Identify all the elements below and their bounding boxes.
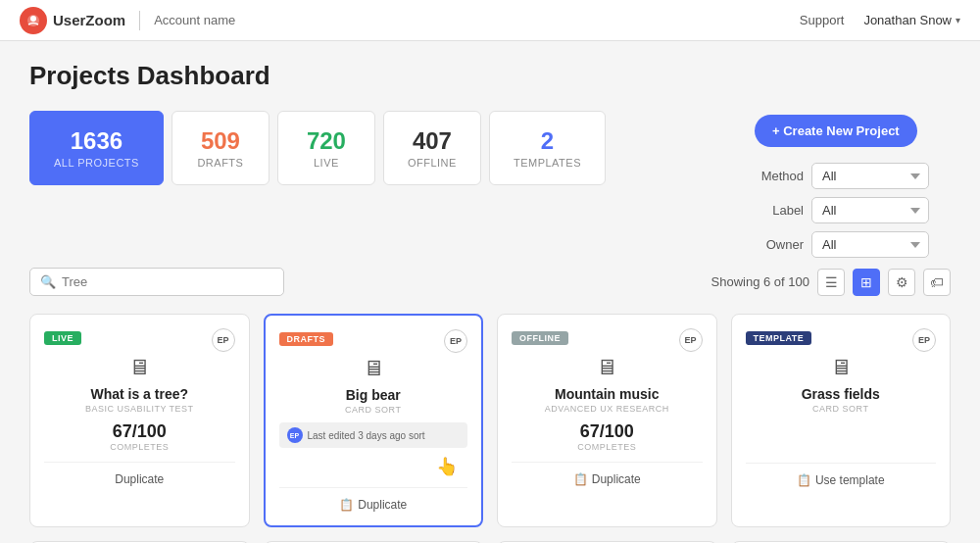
card-action-3[interactable]: 📋 Use template [797,473,885,487]
header-row: Projects Dashboard [29,61,735,91]
cursor-icon: 👆 [279,456,468,477]
card-action-2[interactable]: 📋 Duplicate [573,472,641,486]
method-label: Method [755,169,804,183]
card-footer-1: 📋 Duplicate [279,487,468,512]
card-badge-2: OFFLINE [512,331,568,345]
tag-button[interactable]: 🏷 [923,269,951,296]
page-title: Projects Dashboard [29,61,270,91]
card-title-1: Big bear [279,387,468,403]
search-box[interactable]: 🔍 [29,268,284,296]
monitor-icon-3: 🖥 [746,355,937,380]
logo-text: UserZoom [53,12,125,28]
search-icon: 🔍 [40,274,56,289]
card-completes-2: 67/100 COMPLETES [512,421,703,452]
create-project-button[interactable]: + Create New Project [755,115,917,147]
card-edited-text-1: Last edited 3 days ago sort [308,430,425,441]
monitor-icon-2: 🖥 [512,355,703,380]
stats-row: 1636 All Projects 509 Drafts 720 Live 40… [29,111,735,185]
card-action-1[interactable]: 📋 Duplicate [339,498,407,512]
filters-panel: + Create New Project Method All Label Al… [755,61,951,258]
stat-all[interactable]: 1636 All Projects [29,111,164,185]
card-footer-0: Duplicate [44,462,235,486]
logo-icon [20,7,47,34]
card-completes-label-2: COMPLETES [512,442,703,452]
account-name: Account name [154,13,235,27]
monitor-icon-0: 🖥 [44,355,235,380]
svg-point-1 [30,16,36,22]
chevron-down-icon: ▾ [956,15,960,25]
project-card-2[interactable]: OFFLINE EP 🖥 Mountain music ADVANCED UX … [497,314,717,527]
monitor-icon-1: 🖥 [279,356,468,381]
label-select[interactable]: All [811,197,929,223]
grid-view-button[interactable]: ⊞ [853,269,880,296]
top-section: Projects Dashboard 1636 All Projects 509… [29,61,951,258]
card-footer-2: 📋 Duplicate [512,462,703,486]
card-ep-2: EP [679,328,703,352]
toolbar-row: 🔍 Showing 6 of 100 ☰ ⊞ ⚙ 🏷 [29,268,951,296]
card-badge-0: LIVE [44,331,81,345]
list-view-button[interactable]: ☰ [817,269,845,296]
owner-select[interactable]: All [811,231,929,258]
stat-drafts-number: 509 [196,127,245,155]
card-action-0[interactable]: Duplicate [115,472,164,486]
navbar-right: Support Jonathan Snow ▾ [800,13,960,27]
stat-templates[interactable]: 2 Templates [489,111,606,185]
user-name: Jonathan Snow [863,13,952,27]
top-left: Projects Dashboard 1636 All Projects 509… [29,61,735,258]
stat-all-label: All Projects [54,157,139,169]
card-title-0: What is a tree? [44,386,235,402]
card-subtitle-2: ADVANCED UX RESEARCH [512,404,703,414]
card-ep-0: EP [212,328,235,352]
card-footer-3: 📋 Use template [746,463,937,487]
card-subtitle-0: BASIC USABILITY TEST [44,404,235,414]
cards-grid: LIVE EP 🖥 What is a tree? BASIC USABILIT… [29,314,951,527]
right-toolbar: Showing 6 of 100 ☰ ⊞ ⚙ 🏷 [711,269,951,296]
logo[interactable]: UserZoom [20,7,125,34]
card-ep-3: EP [912,328,936,352]
card-completes-0: 67/100 COMPLETES [44,421,235,452]
settings-button[interactable]: ⚙ [888,269,915,296]
card-title-2: Mountain music [512,386,703,402]
stat-live[interactable]: 720 Live [277,111,375,185]
label-filter-row: Label All [755,197,951,223]
stat-templates-label: Templates [514,157,581,169]
stat-live-label: Live [302,157,351,169]
project-card-0[interactable]: LIVE EP 🖥 What is a tree? BASIC USABILIT… [29,314,250,527]
owner-label: Owner [755,237,804,252]
stat-drafts[interactable]: 509 Drafts [172,111,270,185]
method-filter-row: Method All [755,163,951,189]
stat-offline-label: Offline [408,157,457,169]
card-subtitle-3: CARD SORT [746,404,937,414]
card-badge-1: DRAFTS [279,332,334,346]
card-subtitle-1: CARD SORT [279,405,468,415]
label-label: Label [755,203,804,218]
user-menu[interactable]: Jonathan Snow ▾ [863,13,960,27]
card-spacer-3 [746,414,937,453]
card-edited-1: EP Last edited 3 days ago sort [279,422,468,448]
stat-all-number: 1636 [54,127,139,155]
stat-drafts-label: Drafts [196,157,245,169]
support-link[interactable]: Support [800,13,845,27]
card-completes-label-0: COMPLETES [44,442,235,452]
stat-live-number: 720 [302,127,351,155]
stat-templates-number: 2 [514,127,581,155]
project-card-3[interactable]: TEMPLATE EP 🖥 Grass fields CARD SORT 📋 U… [731,314,952,527]
stat-offline-number: 407 [408,127,457,155]
card-badge-3: TEMPLATE [746,331,812,345]
main-content: Projects Dashboard 1636 All Projects 509… [0,41,980,543]
card-ep-1: EP [444,329,467,353]
card-title-3: Grass fields [746,386,937,402]
project-card-1[interactable]: DRAFTS EP 🖥 Big bear CARD SORT EP Last e… [264,314,484,527]
method-select[interactable]: All [811,163,929,189]
stat-offline[interactable]: 407 Offline [383,111,481,185]
card-completes-num-0: 67/100 [44,421,235,442]
showing-text: Showing 6 of 100 [711,274,809,289]
navbar: UserZoom Account name Support Jonathan S… [0,0,980,41]
navbar-divider [139,11,140,30]
card-completes-num-2: 67/100 [512,421,703,442]
card-avatar-1: EP [287,427,303,443]
search-input[interactable] [62,274,273,289]
owner-filter-row: Owner All [755,231,951,258]
